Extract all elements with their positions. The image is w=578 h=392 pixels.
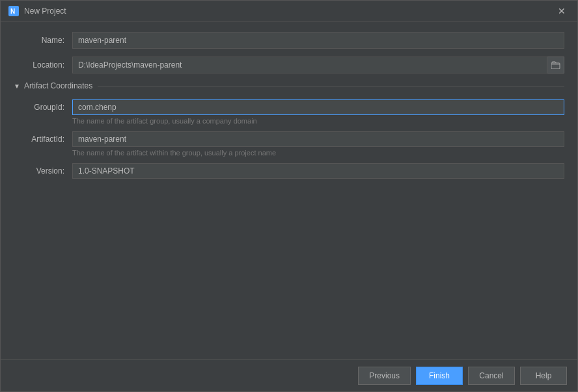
group-id-input[interactable] <box>72 99 564 115</box>
cancel-button[interactable]: Cancel <box>468 367 515 385</box>
dialog-content: Name: Location: ▼ Artifact Coo <box>1 21 577 359</box>
name-label: Name: <box>14 36 72 45</box>
name-row: Name: <box>14 32 564 49</box>
artifact-section: ▼ Artifact Coordinates GroupId: The name… <box>14 81 564 179</box>
svg-text:N: N <box>10 8 15 15</box>
artifact-id-label: ArtifactId: <box>14 131 72 144</box>
group-id-input-wrap: The name of the artifact group, usually … <box>72 99 564 130</box>
version-row: Version: <box>14 163 564 179</box>
artifact-id-hint: The name of the artifact within the grou… <box>72 149 564 157</box>
app-icon: N <box>8 6 19 16</box>
name-input[interactable] <box>72 32 564 49</box>
artifact-id-input[interactable] <box>72 131 564 147</box>
artifact-id-row: ArtifactId: The name of the artifact wit… <box>14 131 564 162</box>
help-button[interactable]: Help <box>520 367 567 385</box>
section-divider <box>98 86 564 86</box>
location-label: Location: <box>14 60 72 70</box>
location-input[interactable] <box>72 57 547 73</box>
section-toggle-icon[interactable]: ▼ <box>14 83 20 90</box>
title-bar: N New Project ✕ <box>1 1 577 21</box>
version-input-wrap <box>72 163 564 179</box>
version-input[interactable] <box>72 163 564 179</box>
svg-rect-2 <box>551 63 560 69</box>
dialog-footer: Previous Finish Cancel Help <box>1 359 577 391</box>
new-project-dialog: N New Project ✕ Name: Location: <box>0 0 578 392</box>
finish-button[interactable]: Finish <box>416 367 463 385</box>
section-title: Artifact Coordinates <box>24 81 92 90</box>
group-id-hint: The name of the artifact group, usually … <box>72 117 564 125</box>
version-label: Version: <box>14 163 72 176</box>
location-input-wrap <box>72 57 564 73</box>
group-id-label: GroupId: <box>14 99 72 112</box>
artifact-id-input-wrap: The name of the artifact within the grou… <box>72 131 564 162</box>
browse-button[interactable] <box>547 57 564 73</box>
title-bar-left: N New Project <box>8 6 66 16</box>
location-row: Location: <box>14 57 564 73</box>
dialog-title: New Project <box>24 7 66 16</box>
section-header: ▼ Artifact Coordinates <box>14 81 564 90</box>
previous-button[interactable]: Previous <box>358 367 411 385</box>
close-button[interactable]: ✕ <box>554 5 570 17</box>
group-id-row: GroupId: The name of the artifact group,… <box>14 99 564 130</box>
